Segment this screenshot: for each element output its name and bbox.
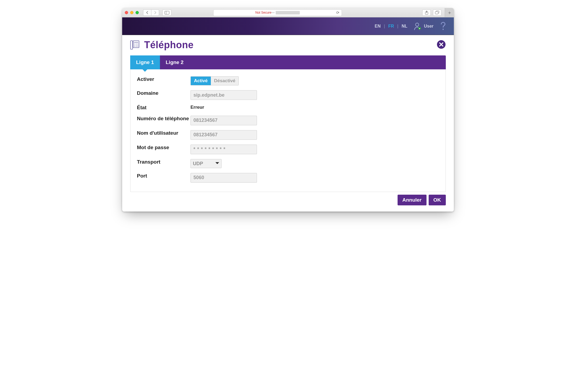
ok-button[interactable]: OK	[429, 195, 446, 205]
sidebar-toggle-button[interactable]	[162, 9, 171, 16]
cancel-button[interactable]: Annuler	[398, 195, 427, 205]
tab-line-1[interactable]: Ligne 1	[130, 55, 160, 69]
window-controls	[125, 11, 139, 14]
close-icon	[437, 40, 446, 49]
user-icon	[414, 22, 421, 30]
sidebar-icon	[164, 11, 169, 14]
label-port: Port	[137, 173, 190, 179]
activate-toggle[interactable]: Activé Désactivé	[190, 76, 239, 85]
share-button[interactable]	[422, 9, 431, 16]
maximize-window-dot[interactable]	[136, 11, 139, 14]
transport-select[interactable]: UDP	[190, 159, 222, 168]
app-root: EN | FR | NL User	[122, 17, 454, 212]
password-input[interactable]	[190, 145, 257, 154]
form-actions: Annuler OK	[130, 195, 446, 205]
svg-rect-8	[130, 41, 133, 49]
user-label: User	[424, 24, 433, 29]
new-tab-button[interactable]: ＋	[445, 8, 454, 17]
label-password: Mot de passe	[137, 145, 190, 151]
label-status: État	[137, 105, 190, 111]
svg-rect-0	[165, 11, 169, 14]
label-transport: Transport	[137, 159, 190, 165]
chevron-right-icon	[154, 11, 156, 14]
tab-line-2[interactable]: Ligne 2	[160, 55, 190, 69]
phone-device-icon	[130, 40, 139, 50]
browser-window: Not Secure — ⟳	[122, 8, 454, 212]
label-activate: Activer	[137, 76, 190, 82]
phone-input[interactable]	[190, 116, 257, 125]
domain-input[interactable]	[190, 90, 257, 100]
tabs-icon	[435, 11, 439, 14]
close-window-dot[interactable]	[125, 11, 128, 14]
close-panel-button[interactable]	[437, 40, 446, 50]
tabs-button[interactable]	[433, 9, 442, 16]
page-title: Téléphone	[144, 39, 194, 51]
help-icon[interactable]	[440, 22, 446, 31]
lang-sep: |	[384, 24, 385, 29]
nav-buttons	[143, 9, 159, 16]
minimize-window-dot[interactable]	[130, 11, 133, 14]
username-input[interactable]	[190, 130, 257, 140]
lang-fr[interactable]: FR	[388, 24, 394, 29]
port-input[interactable]	[190, 173, 257, 183]
address-bar[interactable]: Not Secure — ⟳	[213, 9, 342, 16]
svg-rect-4	[435, 12, 438, 14]
back-button[interactable]	[143, 9, 151, 16]
line-settings-form: Activer Activé Désactivé Domaine	[130, 69, 446, 192]
forward-button[interactable]	[151, 9, 159, 16]
svg-rect-7	[443, 29, 444, 30]
svg-point-5	[416, 23, 419, 26]
user-menu[interactable]: User	[414, 22, 433, 30]
lang-nl[interactable]: NL	[402, 24, 407, 29]
address-sep: —	[271, 11, 275, 14]
label-username: Nom d'utilisateur	[137, 130, 190, 136]
status-value: Erreur	[190, 105, 204, 110]
address-host-redacted	[276, 11, 300, 14]
app-header: EN | FR | NL User	[122, 17, 454, 35]
panel: Téléphone Ligne 1 Ligne 2 Activer	[122, 35, 454, 212]
label-domain: Domaine	[137, 90, 190, 96]
label-phone: Numéro de téléphone	[137, 116, 190, 122]
activate-on[interactable]: Activé	[191, 77, 211, 85]
browser-titlebar: Not Secure — ⟳	[122, 8, 454, 17]
chevron-left-icon	[146, 11, 149, 14]
security-status: Not Secure	[255, 11, 271, 14]
lang-sep: |	[397, 24, 398, 29]
lang-en[interactable]: EN	[375, 24, 381, 29]
language-switcher: EN | FR | NL	[375, 24, 407, 29]
activate-off[interactable]: Désactivé	[211, 77, 238, 85]
share-icon	[425, 11, 428, 15]
line-tabs: Ligne 1 Ligne 2	[130, 55, 446, 69]
reload-button[interactable]: ⟳	[336, 10, 339, 15]
